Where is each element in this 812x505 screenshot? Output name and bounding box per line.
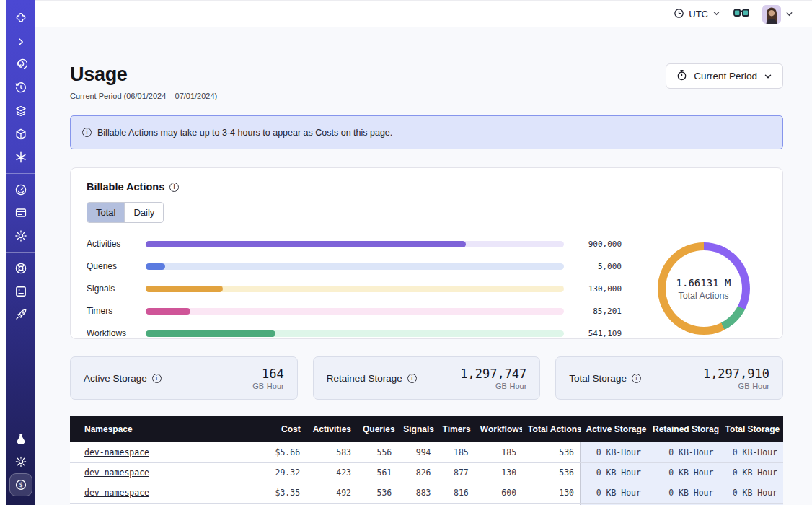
cell-cost: $3.35 <box>238 483 306 503</box>
storage-card-value: 1,297,747 <box>460 366 526 381</box>
namespace-link[interactable]: dev-namespace <box>84 447 149 457</box>
chevron-down-icon <box>785 8 793 21</box>
timezone-selector[interactable]: UTC <box>674 8 720 21</box>
bar-track <box>146 241 564 247</box>
bar-row-queries: Queries5,000 <box>87 261 622 271</box>
billable-actions-tabs: TotalDaily <box>87 202 164 223</box>
billable-actions-bar-chart: Activities900,000Queries5,000Signals130,… <box>87 239 640 338</box>
namespace-link[interactable]: dev-namespace <box>84 467 149 478</box>
storage-card-value: 1,297,910 <box>703 366 769 381</box>
main-content: Usage Current Period (06/01/2024 – 07/01… <box>35 27 812 505</box>
topbar: UTC <box>35 0 812 27</box>
column-header-active_storage: Active Storage <box>581 416 647 442</box>
cell-total_actions: 536 <box>522 442 580 462</box>
theme-sun-icon[interactable] <box>9 450 32 473</box>
cell-retained_storage: 0 KB-Hour <box>647 483 720 503</box>
cell-namespace: dev-namespace <box>70 483 238 503</box>
cell-workflows: 600 <box>475 483 522 503</box>
cell-retained_storage: 0 KB-Hour <box>647 442 720 462</box>
docs-terminal-icon[interactable] <box>9 280 32 303</box>
column-header-workflows: Workflows <box>475 416 522 442</box>
storage-card-unit: GB-Hour <box>703 382 769 390</box>
cell-cost: 29.32 <box>238 462 306 483</box>
cell-activities: 583 <box>306 442 357 462</box>
bar-value: 85,201 <box>574 307 622 316</box>
svg-text:$: $ <box>19 481 22 488</box>
column-header-timers: Timers <box>437 416 475 442</box>
storage-card-active-storage: Active Storage164GB-Hour <box>70 356 298 400</box>
glasses-icon[interactable] <box>733 8 749 21</box>
lab-flask-icon[interactable] <box>9 427 32 450</box>
temporal-logo-icon[interactable] <box>9 7 32 30</box>
donut-total-value: 1.66131 M <box>676 277 731 289</box>
donut-total-label: Total Actions <box>678 291 728 301</box>
bar-row-signals: Signals130,000 <box>87 284 622 294</box>
cell-activities: 492 <box>306 483 357 503</box>
sidebar-divider <box>6 173 35 174</box>
tab-daily[interactable]: Daily <box>124 203 163 222</box>
bar-track <box>146 308 564 315</box>
bar-track <box>146 263 564 270</box>
cell-queries: 561 <box>357 462 397 483</box>
bar-value: 5,000 <box>574 262 622 271</box>
cell-queries: 556 <box>357 442 397 462</box>
asterisk-icon[interactable] <box>9 146 32 169</box>
cell-signals: 883 <box>397 483 436 503</box>
user-menu[interactable] <box>762 5 793 24</box>
storage-card-label: Active Storage <box>84 373 147 384</box>
tab-total[interactable]: Total <box>87 203 124 222</box>
cell-signals: 826 <box>397 462 436 483</box>
usage-gauge-icon[interactable] <box>9 178 32 201</box>
chevron-down-icon <box>712 9 720 19</box>
bar-fill <box>146 330 275 337</box>
storage-card-label: Total Storage <box>569 373 627 384</box>
column-header-activities: Activities <box>306 416 357 442</box>
period-selector-button[interactable]: Current Period <box>666 63 783 89</box>
bar-label: Signals <box>87 284 136 294</box>
info-icon[interactable] <box>169 183 179 192</box>
page-title: Usage <box>70 63 217 86</box>
storage-card-total-storage: Total Storage1,297,910GB-Hour <box>555 356 783 400</box>
bar-row-workflows: Workflows541,109 <box>87 328 622 338</box>
layers-icon[interactable] <box>9 100 32 123</box>
column-header-total_storage: Total Storage <box>719 416 783 442</box>
storage-summary-row: Active Storage164GB-HourRetained Storage… <box>70 356 783 400</box>
bar-track <box>146 286 564 292</box>
cell-total_storage: 0 KB-Hour <box>719 483 783 503</box>
table-row: dev-namespace29.324235618268771305360 KB… <box>70 462 783 483</box>
storage-card-unit: GB-Hour <box>460 382 526 390</box>
collapse-chevron-right-icon[interactable] <box>9 30 32 53</box>
bar-value: 130,000 <box>574 284 622 294</box>
bar-row-timers: Timers85,201 <box>87 306 622 316</box>
namespace-link[interactable]: dev-namespace <box>84 488 149 498</box>
usage-dollar-icon[interactable]: $ <box>9 473 32 496</box>
cell-total_actions: 130 <box>522 483 580 503</box>
bar-fill <box>146 263 165 270</box>
table-row: dev-namespace$3.354925368838166001300 KB… <box>70 483 783 503</box>
column-header-signals: Signals <box>397 416 436 442</box>
info-icon[interactable] <box>632 374 641 383</box>
support-lifebuoy-icon[interactable] <box>9 257 32 280</box>
cell-timers: 877 <box>437 462 475 483</box>
bar-label: Workflows <box>87 328 136 338</box>
rocket-icon[interactable] <box>9 303 32 326</box>
bar-fill <box>146 286 223 292</box>
column-header-retained_storage: Retained Storage <box>647 416 720 442</box>
info-icon[interactable] <box>407 374 417 383</box>
settings-gear-icon[interactable] <box>9 224 32 247</box>
table-body: dev-namespace$5.665835569941851855360 KB… <box>70 442 783 505</box>
cell-active_storage: 0 KB-Hour <box>581 483 647 503</box>
timezone-label: UTC <box>689 9 708 19</box>
history-clock-icon[interactable] <box>9 76 32 100</box>
sidebar: $ <box>6 0 35 505</box>
info-icon[interactable] <box>152 374 162 383</box>
period-selector-label: Current Period <box>694 71 757 82</box>
billing-card-icon[interactable] <box>9 201 32 224</box>
column-header-total_actions: Total Actions <box>522 416 580 442</box>
storage-card-label: Retained Storage <box>327 373 402 384</box>
cube-icon[interactable] <box>9 123 32 146</box>
cell-namespace: dev-namespace <box>70 462 238 483</box>
cell-active_storage: 0 KB-Hour <box>581 442 647 462</box>
namespaces-icon[interactable] <box>9 53 32 76</box>
cell-total_storage: 0 KB-Hour <box>719 462 783 483</box>
